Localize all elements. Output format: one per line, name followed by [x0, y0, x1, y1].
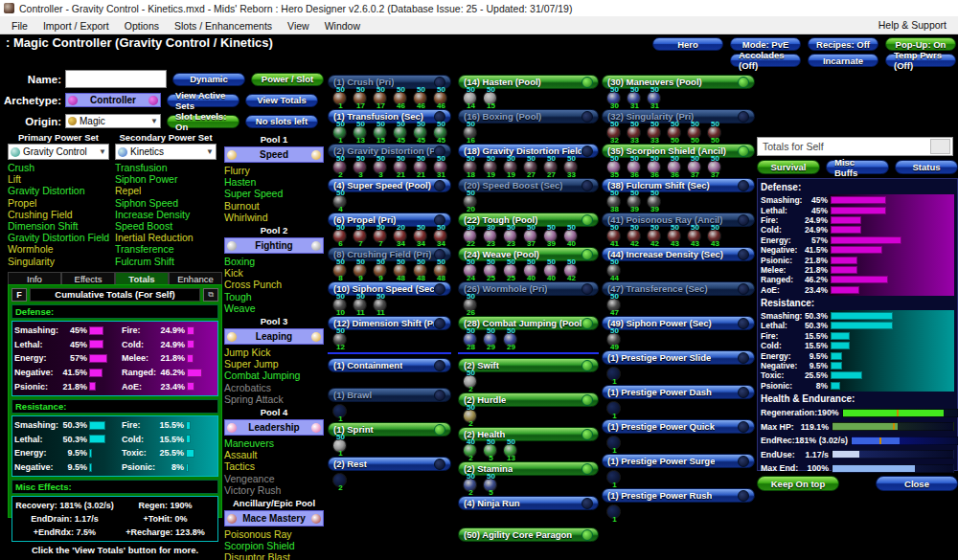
power-1-prestige-power-slide[interactable]: (1) Prestige Power Slide: [602, 350, 755, 365]
no-slots-left-button[interactable]: No slots left: [245, 115, 318, 128]
enhancement-slot[interactable]: 505: [481, 441, 501, 459]
enhancement-slot[interactable]: 5014: [461, 89, 481, 107]
recipes-off-button[interactable]: Recipes: Off: [808, 37, 878, 51]
menu-item-file[interactable]: File: [4, 18, 35, 34]
enhancement-slot[interactable]: 5046: [391, 89, 411, 107]
menu-item-options[interactable]: Options: [117, 18, 167, 34]
enhancement-slot[interactable]: 5031: [625, 89, 645, 107]
power-slot-button[interactable]: Power / Slot: [251, 73, 324, 86]
enhancement-slot[interactable]: 5040: [561, 227, 582, 245]
power-list-item-gravity-distortion[interactable]: Gravity Distortion: [8, 185, 109, 196]
power-list-item-cross-punch[interactable]: Cross Punch: [224, 279, 324, 290]
mode-pve-button[interactable]: Mode: PvE: [730, 37, 801, 51]
enhancement-slot[interactable]: 502: [331, 158, 351, 176]
enhancement-slot[interactable]: 5050: [665, 123, 685, 142]
enhancement-slot[interactable]: 3022: [461, 227, 481, 245]
enhancement-slot[interactable]: 5020: [461, 192, 481, 211]
enhancement-slot[interactable]: 5038: [604, 192, 625, 211]
power-list-item-disruptor-blast[interactable]: Disruptor Blast: [224, 551, 324, 560]
power-2-rest[interactable]: (2) Rest: [328, 457, 451, 471]
enhancement-slot[interactable]: 5036: [625, 158, 645, 176]
enhancement-slot[interactable]: 5013: [501, 441, 521, 459]
power-list-item-acrobatics[interactable]: Acrobatics: [224, 382, 324, 393]
enhancement-slot[interactable]: 5033: [625, 123, 645, 142]
menu-item-view[interactable]: View: [280, 18, 317, 34]
power-list-item-super-jump[interactable]: Super Jump: [224, 358, 324, 370]
enhancement-slot[interactable]: 5040: [541, 261, 561, 280]
enhancement-slot[interactable]: 5036: [645, 158, 665, 176]
power-list-item-dimension-shift[interactable]: Dimension Shift: [8, 220, 109, 232]
power-list-item-siphon-speed[interactable]: Siphon Speed: [115, 197, 217, 209]
power-list-item-transference[interactable]: Transference: [115, 243, 217, 255]
enhancement-slot[interactable]: 506: [331, 227, 351, 245]
enhancement-slot[interactable]: 502: [461, 476, 481, 494]
enhancement-slot[interactable]: 509: [371, 261, 391, 280]
power-list-item-super-speed[interactable]: Super Speed: [224, 188, 324, 199]
survival-button[interactable]: Survival: [757, 160, 820, 174]
enhancement-slot[interactable]: 5039: [645, 192, 665, 211]
accolades-off-button[interactable]: Accolades (Off): [730, 54, 801, 67]
power-list-item-flurry[interactable]: Flurry: [224, 165, 324, 176]
enhancement-slot[interactable]: 5033: [561, 158, 582, 176]
enhancement-slot[interactable]: 5035: [604, 158, 625, 176]
enhancement-slot[interactable]: 1: [604, 399, 625, 417]
enhancement-slot[interactable]: 5017: [351, 89, 371, 107]
power-4-ninja-run[interactable]: (4) Ninja Run: [458, 496, 599, 510]
enhancement-slot[interactable]: 5037: [521, 227, 541, 245]
enhancement-slot[interactable]: 1: [604, 434, 625, 452]
power-list-item-siphon-power[interactable]: Siphon Power: [115, 173, 217, 185]
power-1-prestige-power-dash[interactable]: (1) Prestige Power Dash: [602, 385, 755, 399]
enhancement-slot[interactable]: 509: [351, 261, 371, 280]
view-active-sets-button[interactable]: View Active Sets: [167, 94, 240, 107]
power-list-item-fulcrum-shift[interactable]: Fulcrum Shift: [115, 256, 217, 267]
enhancement-slot[interactable]: 5040: [521, 261, 541, 280]
enhancement-slot[interactable]: 5025: [501, 261, 521, 280]
misc-buffs-button[interactable]: Misc Buffs: [826, 160, 889, 174]
enhancement-slot[interactable]: 5011: [351, 296, 371, 314]
power-list-item-crush[interactable]: Crush: [8, 162, 109, 173]
temp-pwrs-off-button[interactable]: Temp Pwrs (Off): [885, 54, 956, 67]
status-button[interactable]: Status: [895, 160, 958, 174]
power-1-containment[interactable]: (1) Containment: [328, 358, 451, 372]
enhancement-slot[interactable]: 5019: [481, 158, 501, 176]
enhancement-slot[interactable]: 5046: [411, 89, 431, 107]
power-1-brawl[interactable]: (1) Brawl: [328, 388, 451, 402]
archetype-select[interactable]: Controller: [65, 93, 161, 107]
slot-levels-on-button[interactable]: Slot Levels: On: [167, 115, 240, 128]
power-list-item-poisonous-ray[interactable]: Poisonous Ray: [224, 528, 324, 540]
power-list-item-spring-attack[interactable]: Spring Attack: [224, 393, 324, 405]
enhancement-slot[interactable]: 5031: [431, 158, 451, 176]
enhancement-slot[interactable]: 505: [481, 476, 501, 494]
power-list-item-repel[interactable]: Repel: [115, 185, 217, 196]
power-44-increase-density-sec[interactable]: (44) Increase Density (Sec): [602, 247, 755, 261]
enhancement-slot[interactable]: 5049: [604, 330, 625, 348]
power-list-item-transfusion[interactable]: Transfusion: [115, 162, 217, 173]
enhancement-slot[interactable]: 5016: [461, 123, 481, 142]
enhancement-slot[interactable]: 1: [604, 503, 625, 521]
view-totals-button[interactable]: View Totals: [245, 94, 318, 107]
enhancement-slot[interactable]: 5046: [431, 89, 451, 107]
enhancement-slot[interactable]: 5034: [431, 227, 451, 245]
enhancement-slot[interactable]: 5045: [391, 123, 411, 142]
keep-on-top-button[interactable]: Keep On top: [757, 476, 839, 491]
enhancement-slot[interactable]: 5019: [501, 158, 521, 176]
enhancement-slot[interactable]: 5013: [351, 123, 371, 142]
enhancement-slot[interactable]: 504: [331, 192, 351, 211]
enhancement-slot[interactable]: 501: [331, 123, 351, 142]
enhancement-slot[interactable]: 5018: [461, 158, 481, 176]
enhancement-slot[interactable]: 5015: [481, 89, 501, 107]
enhancement-slot[interactable]: 3023: [481, 227, 501, 245]
enhancement-slot[interactable]: 5033: [645, 123, 665, 142]
enhancement-slot[interactable]: 5030: [604, 89, 625, 107]
powerset-select-kinetics[interactable]: Kinetics▼: [115, 144, 217, 160]
enhancement-slot[interactable]: 5026: [461, 296, 481, 314]
enhancement-slot[interactable]: 5021: [391, 158, 411, 176]
power-list-item-gravity-distortion-field[interactable]: Gravity Distortion Field: [8, 232, 109, 243]
enhancement-slot[interactable]: 1: [604, 468, 625, 486]
power-list-item-whirlwind[interactable]: Whirlwind: [224, 212, 324, 223]
enhancement-slot[interactable]: 5050: [705, 123, 725, 142]
enhancement-slot[interactable]: 2: [331, 471, 351, 489]
float-button[interactable]: F: [11, 288, 27, 302]
enhancement-slot[interactable]: 5015: [371, 123, 391, 142]
enhancement-slot[interactable]: 5042: [625, 227, 645, 245]
